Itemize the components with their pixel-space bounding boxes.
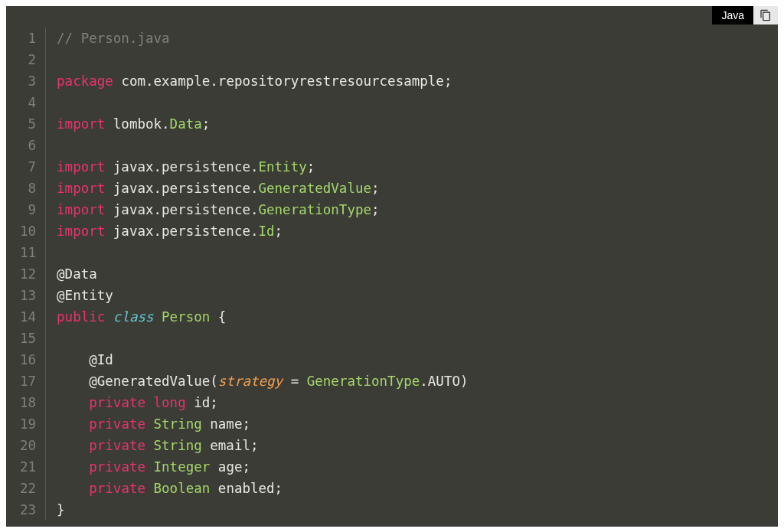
code-token [57,395,89,410]
code-line[interactable]: @Id [57,349,778,370]
code-token: . [250,224,259,239]
code-token: ; [307,159,315,175]
line-number: 14 [20,306,36,328]
code-token: persistence [162,181,250,196]
code-line[interactable] [57,135,778,156]
code-token: persistence [162,224,250,239]
code-token [145,416,154,432]
code-line[interactable]: private Boolean enabled; [57,478,778,499]
code-header: Java [712,6,778,24]
line-number: 6 [20,135,36,156]
code-token: GeneratedValue [259,181,372,196]
code-token: ; [250,438,259,453]
code-token [145,438,154,453]
code-token: import [57,224,105,239]
code-line[interactable]: public class Person { [57,306,778,328]
code-token: ) [460,374,469,389]
code-token: name [202,416,243,432]
code-line[interactable]: package com.example.repositoryrestresour… [57,70,778,92]
code-token [57,459,89,475]
code-token: } [57,502,65,517]
line-number: 13 [20,285,36,306]
code-token: ; [275,481,283,496]
code-line[interactable]: private String name; [57,413,778,435]
code-token: javax [105,224,153,239]
code-token [299,374,307,389]
code-line[interactable]: @GeneratedValue(strategy = GenerationTyp… [57,370,778,392]
line-number: 15 [20,328,36,349]
code-token: GenerationType [259,202,372,217]
line-number: 9 [20,199,36,220]
code-line[interactable]: import javax.persistence.GenerationType; [57,199,778,220]
code-line[interactable]: import lombok.Data; [57,113,778,135]
code-line[interactable]: private Integer age; [57,456,778,478]
code-line[interactable]: // Person.java [57,28,778,49]
line-number: 16 [20,349,36,370]
code-line[interactable]: @Entity [57,285,778,306]
line-number: 1 [20,28,36,49]
code-token: String [154,438,202,453]
code-line[interactable]: import javax.persistence.Entity; [57,156,778,178]
line-number: 2 [20,49,36,70]
code-line[interactable] [57,92,778,113]
code-token: private [89,459,145,475]
code-line[interactable]: import javax.persistence.Id; [57,220,778,242]
code-token: import [57,202,105,217]
line-number: 21 [20,456,36,478]
code-token: repositoryrestresourcesample [218,73,444,89]
code-token: Entity [259,159,307,175]
code-line[interactable]: private long id; [57,392,778,413]
code-token: { [218,309,227,325]
code-token: String [154,416,202,432]
code-line[interactable]: } [57,499,778,521]
code-line[interactable]: @Data [57,263,778,285]
code-token: ; [371,202,380,217]
code-token [210,309,218,325]
code-token: ; [371,181,380,196]
code-token: @Entity [57,288,113,303]
line-number: 7 [20,156,36,178]
code-token: private [89,416,145,432]
code-token [57,438,89,453]
code-area[interactable]: 1234567891011121314151617181920212223 //… [6,20,778,528]
code-line[interactable] [57,328,778,349]
code-token: . [154,159,162,175]
code-token: . [154,181,162,196]
code-token: . [250,159,259,175]
code-line[interactable]: private String email; [57,435,778,456]
line-number: 10 [20,220,36,242]
code-token: ; [210,395,218,410]
code-line[interactable]: import javax.persistence.GeneratedValue; [57,178,778,199]
code-token: . [420,374,428,389]
code-token: javax [105,159,153,175]
code-token: id [186,395,211,410]
code-token [283,374,291,389]
code-token: Boolean [154,481,211,496]
code-token: example [154,73,211,89]
copy-button[interactable] [753,6,778,24]
code-token [145,481,154,496]
code-line[interactable] [57,242,778,263]
code-token: @Id [57,352,113,367]
code-token: lombok [105,116,162,132]
code-token: ; [242,416,250,432]
code-token: Id [259,224,275,239]
language-badge: Java [712,6,753,24]
line-number: 18 [20,392,36,413]
code-content[interactable]: // Person.java package com.example.repos… [46,28,778,521]
code-token: GenerationType [307,374,420,389]
code-token: package [57,73,113,89]
code-token: . [154,202,162,217]
code-token: long [154,395,186,410]
code-token: . [154,224,162,239]
code-token: persistence [162,159,250,175]
line-number: 12 [20,263,36,285]
code-token: email [202,438,250,453]
code-token: age [210,459,242,475]
code-token: ; [275,224,283,239]
clipboard-icon [760,9,772,21]
line-number-gutter: 1234567891011121314151617181920212223 [6,28,46,521]
code-token: public [57,309,105,325]
code-token: persistence [162,202,250,217]
code-line[interactable] [57,49,778,70]
